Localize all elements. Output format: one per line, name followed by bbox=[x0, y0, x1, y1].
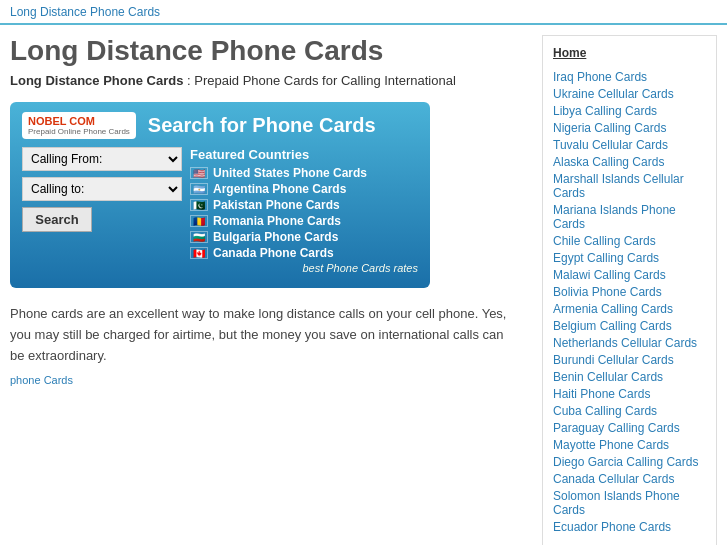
sidebar-link[interactable]: Paraguay Calling Cards bbox=[553, 421, 680, 435]
page-title: Long Distance Phone Cards bbox=[10, 35, 532, 67]
sidebar-link[interactable]: Diego Garcia Calling Cards bbox=[553, 455, 698, 469]
description-text: Phone cards are an excellent way to make… bbox=[10, 304, 510, 366]
country-item: 🇦🇷Argentina Phone Cards bbox=[190, 182, 418, 196]
sidebar-link[interactable]: Solomon Islands Phone Cards bbox=[553, 489, 680, 517]
calling-to-select[interactable]: Calling to: bbox=[22, 177, 182, 201]
nobel-logo: NOBEL COM Prepaid Online Phone Cards bbox=[22, 112, 136, 139]
sidebar-link[interactable]: Belgium Calling Cards bbox=[553, 319, 672, 333]
topbar-link[interactable]: Long Distance Phone Cards bbox=[10, 5, 160, 19]
sidebar-link-item: Solomon Islands Phone Cards bbox=[553, 489, 706, 517]
country-link[interactable]: Canada Phone Cards bbox=[213, 246, 334, 260]
country-flag: 🇵🇰 bbox=[190, 199, 208, 211]
widget-header: NOBEL COM Prepaid Online Phone Cards Sea… bbox=[22, 112, 418, 139]
country-link[interactable]: United States Phone Cards bbox=[213, 166, 367, 180]
sidebar-link[interactable]: Egypt Calling Cards bbox=[553, 251, 659, 265]
sidebar-link-item: Diego Garcia Calling Cards bbox=[553, 455, 706, 469]
country-item: 🇨🇦Canada Phone Cards bbox=[190, 246, 418, 260]
sidebar-link[interactable]: Libya Calling Cards bbox=[553, 104, 657, 118]
sidebar-link-item: Marshall Islands Cellular Cards bbox=[553, 172, 706, 200]
country-link[interactable]: Bulgaria Phone Cards bbox=[213, 230, 338, 244]
sidebar-link-item: Chile Calling Cards bbox=[553, 234, 706, 248]
country-flag: 🇺🇸 bbox=[190, 167, 208, 179]
sidebar-link[interactable]: Canada Cellular Cards bbox=[553, 472, 674, 486]
country-flag: 🇦🇷 bbox=[190, 183, 208, 195]
best-rates: best Phone Cards rates bbox=[190, 262, 418, 274]
sidebar-link-item: Ecuador Phone Cards bbox=[553, 520, 706, 534]
calling-from-select[interactable]: Calling From: bbox=[22, 147, 182, 171]
sidebar-link[interactable]: Cuba Calling Cards bbox=[553, 404, 657, 418]
country-item: 🇺🇸United States Phone Cards bbox=[190, 166, 418, 180]
sidebar-link-item: Malawi Calling Cards bbox=[553, 268, 706, 282]
sidebar-link-item: Haiti Phone Cards bbox=[553, 387, 706, 401]
sidebar-link-item: Paraguay Calling Cards bbox=[553, 421, 706, 435]
country-item: 🇵🇰Pakistan Phone Cards bbox=[190, 198, 418, 212]
country-link[interactable]: Pakistan Phone Cards bbox=[213, 198, 340, 212]
sidebar-link[interactable]: Armenia Calling Cards bbox=[553, 302, 673, 316]
sidebar-link-item: Mayotte Phone Cards bbox=[553, 438, 706, 452]
widget-title: Search for Phone Cards bbox=[148, 114, 376, 137]
country-flag: 🇨🇦 bbox=[190, 247, 208, 259]
sidebar-link-item: Cuba Calling Cards bbox=[553, 404, 706, 418]
sidebar-link-item: Bolivia Phone Cards bbox=[553, 285, 706, 299]
subtitle: Long Distance Phone Cards : Prepaid Phon… bbox=[10, 73, 532, 88]
country-link[interactable]: Romania Phone Cards bbox=[213, 214, 341, 228]
sidebar-link-item: Ukraine Cellular Cards bbox=[553, 87, 706, 101]
sidebar: Home Iraq Phone CardsUkraine Cellular Ca… bbox=[542, 35, 717, 545]
sidebar-link[interactable]: Benin Cellular Cards bbox=[553, 370, 663, 384]
country-flag: 🇧🇬 bbox=[190, 231, 208, 243]
sidebar-link[interactable]: Ukraine Cellular Cards bbox=[553, 87, 674, 101]
sidebar-link[interactable]: Bolivia Phone Cards bbox=[553, 285, 662, 299]
sidebar-link-item: Nigeria Calling Cards bbox=[553, 121, 706, 135]
country-list: 🇺🇸United States Phone Cards🇦🇷Argentina P… bbox=[190, 166, 418, 260]
sidebar-links: Iraq Phone CardsUkraine Cellular CardsLi… bbox=[553, 70, 706, 534]
widget-form: Calling From: Calling to: Search bbox=[22, 147, 182, 274]
sidebar-link[interactable]: Iraq Phone Cards bbox=[553, 70, 647, 84]
sidebar-link[interactable]: Tuvalu Cellular Cards bbox=[553, 138, 668, 152]
sidebar-link[interactable]: Malawi Calling Cards bbox=[553, 268, 666, 282]
sidebar-link[interactable]: Ecuador Phone Cards bbox=[553, 520, 671, 534]
country-item: 🇷🇴Romania Phone Cards bbox=[190, 214, 418, 228]
country-link[interactable]: Argentina Phone Cards bbox=[213, 182, 346, 196]
sidebar-link[interactable]: Netherlands Cellular Cards bbox=[553, 336, 697, 350]
sidebar-link-item: Mariana Islands Phone Cards bbox=[553, 203, 706, 231]
sidebar-link-item: Canada Cellular Cards bbox=[553, 472, 706, 486]
sidebar-link-item: Burundi Cellular Cards bbox=[553, 353, 706, 367]
sidebar-link[interactable]: Nigeria Calling Cards bbox=[553, 121, 666, 135]
featured-label: Featured Countries bbox=[190, 147, 418, 162]
sidebar-link[interactable]: Haiti Phone Cards bbox=[553, 387, 650, 401]
sidebar-link-item: Libya Calling Cards bbox=[553, 104, 706, 118]
sidebar-link-item: Egypt Calling Cards bbox=[553, 251, 706, 265]
main-content: Long Distance Phone Cards Long Distance … bbox=[10, 35, 532, 545]
sidebar-link[interactable]: Mayotte Phone Cards bbox=[553, 438, 669, 452]
widget-content: Calling From: Calling to: Search Feature… bbox=[22, 147, 418, 274]
sidebar-link[interactable]: Alaska Calling Cards bbox=[553, 155, 664, 169]
sidebar-link-item: Tuvalu Cellular Cards bbox=[553, 138, 706, 152]
country-item: 🇧🇬Bulgaria Phone Cards bbox=[190, 230, 418, 244]
sidebar-link-item: Netherlands Cellular Cards bbox=[553, 336, 706, 350]
sidebar-link[interactable]: Marshall Islands Cellular Cards bbox=[553, 172, 684, 200]
featured-countries: Featured Countries 🇺🇸United States Phone… bbox=[190, 147, 418, 274]
sidebar-link-item: Belgium Calling Cards bbox=[553, 319, 706, 333]
footer-link[interactable]: phone Cards bbox=[10, 374, 532, 386]
sidebar-link[interactable]: Chile Calling Cards bbox=[553, 234, 656, 248]
search-button[interactable]: Search bbox=[22, 207, 92, 232]
sidebar-link-item: Armenia Calling Cards bbox=[553, 302, 706, 316]
country-flag: 🇷🇴 bbox=[190, 215, 208, 227]
sidebar-link-item: Iraq Phone Cards bbox=[553, 70, 706, 84]
search-widget: NOBEL COM Prepaid Online Phone Cards Sea… bbox=[10, 102, 430, 288]
sidebar-home[interactable]: Home bbox=[553, 46, 706, 60]
sidebar-link-item: Benin Cellular Cards bbox=[553, 370, 706, 384]
sidebar-link[interactable]: Burundi Cellular Cards bbox=[553, 353, 674, 367]
sidebar-link-item: Alaska Calling Cards bbox=[553, 155, 706, 169]
sidebar-link[interactable]: Mariana Islands Phone Cards bbox=[553, 203, 676, 231]
